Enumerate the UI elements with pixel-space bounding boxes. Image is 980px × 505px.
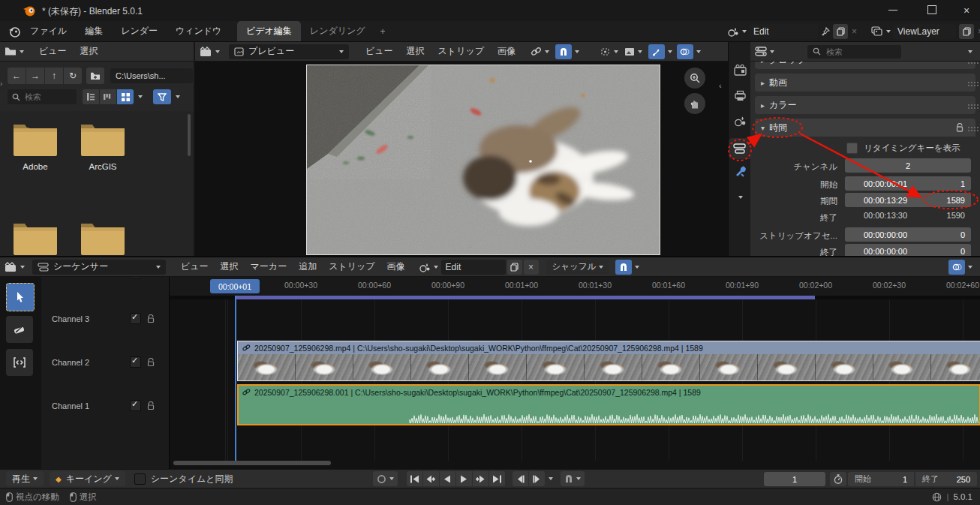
- preview-menu-strip[interactable]: ストリップ: [434, 45, 488, 58]
- properties-editor-type-icon[interactable]: [750, 47, 779, 56]
- frame-next-button[interactable]: [529, 471, 545, 486]
- viewlayer-icon[interactable]: [869, 26, 893, 37]
- play-button[interactable]: [456, 471, 472, 486]
- seq-scene-copy-button[interactable]: [507, 260, 522, 275]
- up-directory-icon[interactable]: ↑: [45, 68, 63, 84]
- network-globe-icon[interactable]: [932, 492, 942, 502]
- display-mode-dropdown[interactable]: [135, 89, 146, 104]
- back-icon[interactable]: ←: [8, 68, 26, 84]
- seq-menu-select[interactable]: 選択: [216, 260, 243, 273]
- blender-menu-icon[interactable]: [8, 25, 21, 38]
- channel-visible-checkbox[interactable]: [130, 400, 141, 411]
- stopwatch-icon[interactable]: [830, 472, 846, 486]
- folder-label[interactable]: ArcGIS: [80, 162, 126, 171]
- file-browser-editor-icon[interactable]: [0, 47, 29, 56]
- channel-row-4[interactable]: Channel 4: [52, 277, 164, 278]
- tool-select[interactable]: [6, 283, 35, 311]
- menu-window[interactable]: ウィンドウ: [171, 25, 226, 38]
- jump-to-end-button[interactable]: [489, 471, 505, 486]
- scene-copy-button[interactable]: [833, 24, 848, 39]
- start-field[interactable]: 00:00:00:01 1: [845, 176, 971, 191]
- panel-grip-icon[interactable]: [968, 82, 969, 83]
- tab-scene-properties-icon[interactable]: [734, 116, 747, 127]
- preview-mode-dropdown[interactable]: プレビュー: [229, 44, 349, 59]
- tab-bar-more-chevron-icon[interactable]: [735, 191, 743, 201]
- filter-dropdown[interactable]: [173, 89, 183, 104]
- seq-scene-icon[interactable]: [419, 262, 438, 272]
- seq-overlays-toggle[interactable]: [948, 260, 972, 275]
- frame-step-dropdown-icon[interactable]: [549, 477, 553, 480]
- keying-menu[interactable]: ◆ キーイング: [50, 471, 125, 486]
- channel-lock-icon[interactable]: [147, 401, 155, 410]
- sequencer-editor-type-icon[interactable]: [0, 262, 29, 272]
- panel-time[interactable]: ▾ 時間: [755, 119, 975, 137]
- strip-offset-field[interactable]: 00:00:00:00 0: [845, 227, 971, 242]
- file-menu-select[interactable]: 選択: [76, 45, 103, 58]
- region-collapse-arrow-icon[interactable]: ‹: [719, 81, 722, 90]
- menu-render[interactable]: レンダー: [116, 25, 162, 38]
- seq-scene-field[interactable]: Edit: [441, 260, 506, 275]
- display-thumbnail-icon[interactable]: [117, 89, 134, 104]
- folder-label[interactable]: Adobe: [12, 162, 59, 171]
- zoom-icon[interactable]: [684, 68, 705, 89]
- timeline-ruler[interactable]: 00:00+30 00:00+60 00:00+90 00:01+00 00:0…: [170, 277, 980, 296]
- overlay-image-dropdown-icon[interactable]: [624, 47, 642, 56]
- snap-toggle[interactable]: [555, 44, 579, 59]
- gizmo-dropdown-icon[interactable]: [600, 47, 618, 56]
- seq-menu-image[interactable]: 画像: [383, 260, 410, 273]
- unlock-icon[interactable]: [956, 123, 963, 132]
- link-cursors-icon[interactable]: [531, 47, 549, 56]
- close-button[interactable]: ×: [953, 5, 980, 17]
- prev-keyframe-button[interactable]: [423, 471, 439, 486]
- menu-file[interactable]: ファイル: [26, 25, 71, 38]
- next-keyframe-button[interactable]: [473, 471, 488, 486]
- scene-name-field[interactable]: Edit: [749, 24, 818, 39]
- new-folder-icon[interactable]: [86, 68, 104, 84]
- record-popover[interactable]: [373, 471, 398, 486]
- viewlayer-remove-icon[interactable]: ×: [974, 26, 980, 37]
- filter-icon[interactable]: [153, 89, 171, 104]
- current-frame-badge[interactable]: 00:00+01: [210, 279, 260, 293]
- scene-icon[interactable]: [725, 26, 749, 37]
- menu-edit[interactable]: 編集: [80, 25, 107, 38]
- display-horizontal-list-icon[interactable]: [100, 89, 116, 104]
- panel-color[interactable]: ▸ カラー: [755, 96, 975, 114]
- preview-menu-select[interactable]: 選択: [402, 45, 429, 58]
- seq-menu-view[interactable]: ビュー: [176, 260, 213, 273]
- sequencer-editor-type-icon[interactable]: [195, 47, 224, 57]
- refresh-icon[interactable]: ↻: [64, 68, 82, 84]
- frame-prev-button[interactable]: [513, 471, 528, 486]
- video-strip[interactable]: 20250907_125906298.mp4 | C:\Users\sho-su…: [237, 341, 980, 381]
- tab-modifier-properties-icon[interactable]: [734, 165, 747, 177]
- channel-row-1[interactable]: Channel 1: [52, 400, 164, 411]
- channel-lock-icon[interactable]: [147, 277, 155, 278]
- channel-visible-checkbox[interactable]: [130, 356, 141, 368]
- panel-video[interactable]: ▸ 動画: [755, 74, 975, 92]
- viewlayer-copy-button[interactable]: [959, 24, 974, 39]
- channel-row-3[interactable]: Channel 3: [52, 313, 164, 324]
- folder-icon-clipped[interactable]: [12, 221, 59, 256]
- overlays-toggle[interactable]: [677, 44, 701, 59]
- file-path-field[interactable]: C:\Users\sh...: [110, 68, 193, 83]
- workspace-tab-rendering[interactable]: レンダリング: [301, 21, 374, 41]
- properties-header-chevron-icon[interactable]: [968, 50, 972, 53]
- channel-visible-checkbox[interactable]: [130, 313, 141, 324]
- preview-menu-image[interactable]: 画像: [493, 45, 520, 58]
- panel-grip-icon[interactable]: [968, 104, 969, 106]
- tool-blade[interactable]: [6, 316, 33, 343]
- file-list-scrollbar[interactable]: [188, 114, 191, 156]
- playhead-line[interactable]: [235, 296, 236, 461]
- display-vertical-list-icon[interactable]: [83, 89, 99, 104]
- offset-end-field[interactable]: 00:00:00:00 0: [845, 244, 971, 256]
- folder-icon-arcgis[interactable]: [80, 122, 126, 158]
- minimize-button[interactable]: —: [878, 5, 908, 15]
- pin-icon[interactable]: [821, 27, 830, 36]
- scene-unlink-icon[interactable]: ×: [848, 26, 861, 37]
- tab-strip-properties-active[interactable]: [729, 138, 751, 159]
- properties-search-field[interactable]: [807, 45, 901, 59]
- sequencer-mode-dropdown[interactable]: シーケンサー: [32, 260, 166, 275]
- channel-visible-checkbox[interactable]: [130, 277, 141, 278]
- seq-snap-toggle[interactable]: [615, 260, 639, 275]
- retiming-checkbox[interactable]: [846, 143, 858, 154]
- end-frame-field[interactable]: 終了 250: [915, 472, 977, 486]
